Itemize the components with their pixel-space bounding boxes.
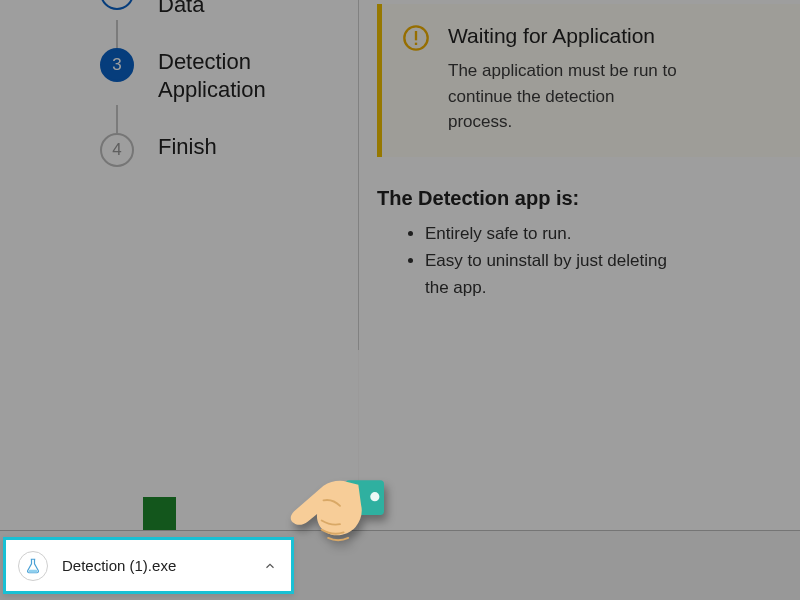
step-connector (116, 105, 118, 133)
step-connector (116, 20, 118, 48)
svg-point-4 (370, 492, 379, 501)
step-4-label: Finish (158, 133, 217, 162)
svg-rect-2 (415, 43, 417, 45)
download-filename: Detection (1).exe (62, 557, 259, 574)
flask-icon (18, 551, 48, 581)
pointing-hand-icon (285, 460, 395, 570)
info-bullet: Easy to uninstall by just deleting the a… (425, 247, 685, 301)
warning-icon (402, 24, 430, 52)
step-3-circle: 3 (100, 48, 134, 82)
download-chip[interactable]: Detection (1).exe (3, 537, 294, 594)
info-heading: The Detection app is: (377, 187, 800, 210)
step-2-circle (100, 0, 134, 10)
svg-rect-1 (415, 31, 417, 40)
main-panel: Waiting for Application The application … (359, 0, 800, 600)
step-4-circle: 4 (100, 133, 134, 167)
download-arrow-icon (108, 0, 126, 2)
waiting-notice: Waiting for Application The application … (377, 4, 800, 157)
decorative-green-square (143, 497, 176, 530)
step-3-label: Detection Application (158, 48, 328, 105)
chevron-up-icon[interactable] (259, 555, 281, 577)
info-bullet-list: Entirely safe to run. Easy to uninstall … (377, 220, 800, 302)
step-2-label-partial: Data (158, 0, 204, 20)
notice-body: The application must be run to continue … (448, 58, 678, 135)
notice-title: Waiting for Application (448, 22, 678, 50)
info-bullet: Entirely safe to run. (425, 220, 685, 247)
